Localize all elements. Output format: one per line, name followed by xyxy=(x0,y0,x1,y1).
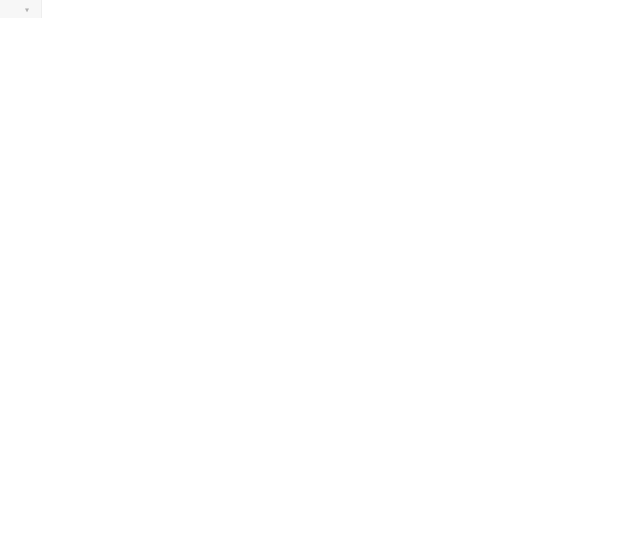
code-line-32[interactable]: ▾ xyxy=(0,0,637,18)
code-editor[interactable]: ▾ xyxy=(0,0,637,18)
gutter-32: ▾ xyxy=(0,0,42,18)
code-text-32[interactable] xyxy=(42,0,54,2)
fold-icon[interactable]: ▾ xyxy=(24,4,33,16)
